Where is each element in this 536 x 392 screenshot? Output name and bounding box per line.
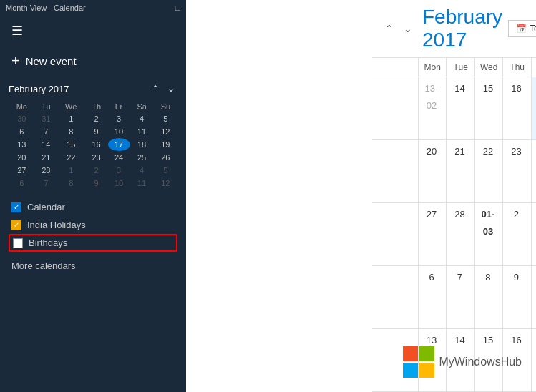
calendar-label-birthdays: Birthdays [29,237,67,248]
calendar-day-cell[interactable]: 3 [532,203,536,265]
mini-cal-day[interactable]: 9 [85,177,108,190]
hamburger-icon[interactable]: ☰ [11,24,23,38]
mini-cal-day[interactable]: 12 [154,125,177,138]
calendar-day-cell[interactable]: 01-03 [475,203,503,265]
mini-cal-day[interactable]: 24 [108,151,130,164]
calendar-day-cell[interactable]: 13-02 [419,77,447,139]
mini-cal-day[interactable]: 22 [57,151,85,164]
calendar-day-cell[interactable]: 7 [447,266,474,328]
mini-cal-day[interactable]: 4 [130,112,154,125]
day-number: 14 [451,332,468,349]
calendar-day-cell[interactable]: 24 [532,140,536,202]
mini-cal-day[interactable]: 6 [9,177,35,190]
mini-cal-day[interactable]: 19 [154,138,177,151]
today-button[interactable]: 📅 Today [508,20,536,37]
mini-cal-day[interactable]: 15 [57,138,85,151]
next-month-btn[interactable]: ⌄ [399,20,416,37]
calendar-day-cell[interactable]: 17 [532,77,536,139]
calendar-day-cell[interactable]: 16 [503,77,532,139]
mini-cal-day[interactable]: 16 [85,138,108,151]
mini-cal-dow-sa: Sa [130,101,154,112]
day-number: 23 [507,143,525,160]
mini-cal-day[interactable]: 4 [130,164,154,177]
calendar-day-cell[interactable]: 23 [503,140,532,202]
mini-cal-day[interactable]: 27 [9,164,35,177]
mini-cal-day[interactable]: 7 [35,177,57,190]
mini-cal-day[interactable]: 23 [85,151,108,164]
mini-cal-day[interactable]: 11 [130,177,154,190]
calendar-row: 13-02141516171819 [372,77,536,140]
mini-cal-day[interactable]: 21 [35,151,57,164]
calendar-day-cell[interactable]: 14 [447,77,474,139]
mini-cal-day[interactable]: 2 [85,164,108,177]
mini-cal-day[interactable]: 17 [108,138,130,151]
window-max-btn[interactable]: □ [175,3,180,13]
new-event-button[interactable]: + New event [0,46,186,77]
mini-cal-day[interactable]: 5 [154,112,177,125]
mini-cal-day[interactable]: 12 [154,177,177,190]
calendar-day-cell[interactable]: 17 [532,329,536,391]
mini-cal-day[interactable]: 2 [85,112,108,125]
calendar-day-cell[interactable]: 21 [447,140,474,202]
calendar-day-cell[interactable]: 22 [475,140,503,202]
calendar-day-cell[interactable]: 28 [447,203,474,265]
mini-cal-day[interactable]: 8 [57,125,85,138]
mini-cal-prev[interactable]: ⌃ [149,82,162,95]
calendar-item-india[interactable]: India Holidays [9,216,177,234]
mini-cal-day[interactable]: 10 [108,125,130,138]
calendar-row: 6789101112 [372,266,536,329]
calendar-day-cell[interactable]: 9 [503,266,532,328]
mini-cal-day[interactable]: 3 [108,112,130,125]
window-title: Month View - Calendar [6,4,86,12]
mini-cal-day[interactable]: 26 [154,151,177,164]
mini-cal-day[interactable]: 5 [154,164,177,177]
mini-cal-day[interactable]: 7 [35,125,57,138]
calendar-checkbox-calendar[interactable] [11,202,21,212]
mini-cal-day[interactable]: 1 [57,164,85,177]
mini-cal-day[interactable]: 9 [85,125,108,138]
calendar-day-cell[interactable]: 6 [419,266,447,328]
mini-cal-day[interactable]: 10 [108,177,130,190]
mini-cal-day[interactable]: 25 [130,151,154,164]
mini-cal-day[interactable]: 11 [130,125,154,138]
calendar-item-calendar[interactable]: Calendar [9,198,177,216]
calendar-label-india: India Holidays [27,220,86,230]
mini-cal-day[interactable]: 1 [57,112,85,125]
mini-calendar: February 2017 ⌃ ⌄ Mo Tu We Th Fr Sa Su 3… [0,77,186,195]
day-headers-row: Mon Tue Wed Thu Fri Sat Sun [372,58,536,77]
mini-cal-day[interactable]: 28 [35,164,57,177]
mini-cal-day[interactable]: 18 [130,138,154,151]
calendar-item-birthdays[interactable]: Birthdays [9,234,177,252]
calendar-day-cell[interactable]: 15 [475,77,503,139]
calendar-row: 272801-032345 [372,203,536,266]
mini-cal-day[interactable]: 8 [57,177,85,190]
more-calendars-link[interactable]: More calendars [0,255,186,277]
week-num [372,203,419,265]
calendar-day-cell[interactable]: 2 [503,203,532,265]
calendar-day-cell[interactable]: 15 [475,329,503,391]
calendar-day-cell[interactable]: 8 [475,266,503,328]
mini-cal-day[interactable]: 20 [9,151,35,164]
mini-cal-day[interactable]: 3 [108,164,130,177]
mini-cal-day[interactable]: 13 [9,138,35,151]
prev-month-btn[interactable]: ⌃ [381,20,398,37]
calendar-day-cell[interactable]: 27 [419,203,447,265]
mini-cal-day[interactable]: 14 [35,138,57,151]
mini-cal-day[interactable]: 31 [35,112,57,125]
mini-cal-day[interactable]: 6 [9,125,35,138]
calendar-day-cell[interactable]: 16 [503,329,532,391]
day-number: 01-03 [479,206,497,223]
day-number: 2 [507,206,525,223]
calendar-day-cell[interactable]: 10 [532,266,536,328]
plus-icon: + [11,53,20,69]
calendar-day-cell[interactable]: 14 [447,329,474,391]
mini-cal-day[interactable]: 30 [9,112,35,125]
mini-cal-dow-th: Th [85,101,108,112]
main-cal-title: February 2017 [422,6,502,52]
calendar-checkbox-india[interactable] [11,220,21,230]
calendar-day-cell[interactable]: 20 [419,140,447,202]
day-number: 21 [451,143,468,160]
calendar-day-cell[interactable]: 13 [419,329,447,391]
mini-cal-next[interactable]: ⌄ [165,82,177,95]
calendar-checkbox-birthdays[interactable] [13,238,23,248]
